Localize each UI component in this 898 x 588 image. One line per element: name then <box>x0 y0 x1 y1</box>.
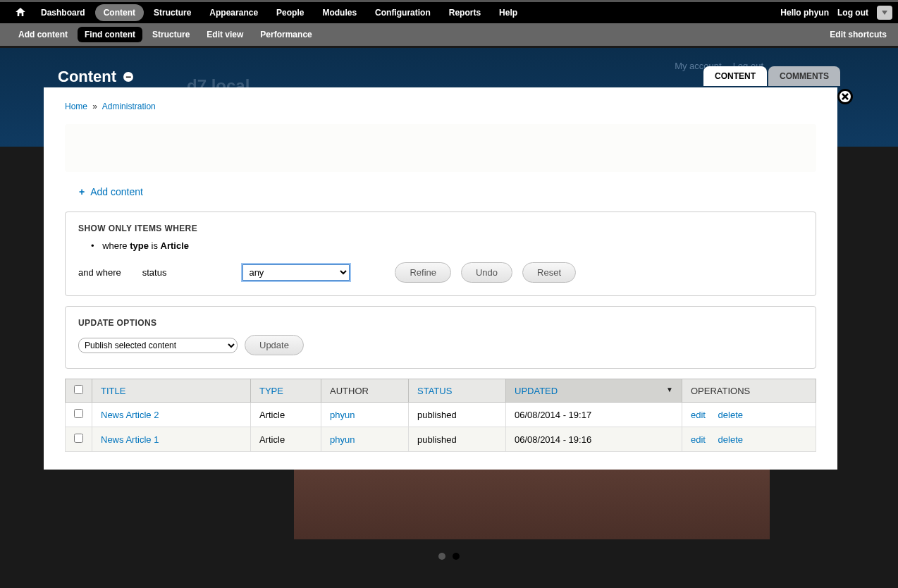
content-table: TITLE TYPE AUTHOR STATUS UPDATED ▼ OPERA… <box>65 379 816 452</box>
toolbar-item-dashboard[interactable]: Dashboard <box>32 4 94 21</box>
home-icon[interactable] <box>10 4 31 22</box>
filter-condition: • where type is Article <box>91 240 803 251</box>
toolbar-menu: Dashboard Content Structure Appearance P… <box>10 4 526 22</box>
col-type[interactable]: TYPE <box>251 379 321 403</box>
col-author: AUTHOR <box>321 379 409 403</box>
update-row: Publish selected content Update <box>78 335 803 355</box>
breadcrumb-home[interactable]: Home <box>65 102 87 111</box>
toolbar-item-appearance[interactable]: Appearance <box>201 4 266 21</box>
row-checkbox[interactable] <box>74 409 83 418</box>
status-select[interactable]: any <box>242 264 350 281</box>
toolbar-item-reports[interactable]: Reports <box>441 4 489 21</box>
message-area <box>65 124 816 172</box>
add-content-link[interactable]: + Add content <box>79 186 816 197</box>
shortcut-toggle-icon[interactable]: − <box>123 72 133 82</box>
page-title: Content − <box>58 68 133 86</box>
sort-desc-icon: ▼ <box>666 386 673 393</box>
table-row: News Article 2 Article phyun published 0… <box>66 403 816 427</box>
shortcut-performance[interactable]: Performance <box>253 27 319 42</box>
col-updated[interactable]: UPDATED ▼ <box>506 379 682 403</box>
breadcrumb-admin[interactable]: Administration <box>102 102 156 111</box>
reset-button[interactable]: Reset <box>522 262 576 283</box>
overlay-panel: Home » Administration + Add content SHOW… <box>44 87 837 470</box>
toolbar-item-people[interactable]: People <box>268 4 312 21</box>
greeting: Hello phyun <box>780 8 829 18</box>
shortcut-add-content[interactable]: Add content <box>11 27 75 42</box>
delete-link[interactable]: delete <box>718 410 743 420</box>
filter-title: SHOW ONLY ITEMS WHERE <box>78 223 803 233</box>
select-all-checkbox[interactable] <box>74 385 83 394</box>
toolbar-user: Hello phyun Log out <box>780 6 892 20</box>
pager-dot[interactable] <box>453 553 460 560</box>
row-title-link[interactable]: News Article 1 <box>101 434 159 445</box>
shortcuts-edit: Edit shortcuts <box>830 30 887 39</box>
refine-button[interactable]: Refine <box>395 262 451 283</box>
update-select[interactable]: Publish selected content <box>78 338 238 353</box>
toolbar-toggle-icon[interactable] <box>877 6 892 20</box>
filter-row: and where status any Refine Undo Reset <box>78 262 803 283</box>
delete-link[interactable]: delete <box>718 434 743 445</box>
row-author-link[interactable]: phyun <box>330 434 355 445</box>
row-updated: 06/08/2014 - 19:16 <box>506 427 682 452</box>
row-title-link[interactable]: News Article 2 <box>101 410 159 420</box>
filter-fieldset: SHOW ONLY ITEMS WHERE • where type is Ar… <box>65 212 816 296</box>
col-status[interactable]: STATUS <box>409 379 506 403</box>
row-type: Article <box>251 427 321 452</box>
row-type: Article <box>251 403 321 427</box>
shortcuts-menu: Add content Find content Structure Edit … <box>11 27 319 42</box>
row-status: published <box>409 403 506 427</box>
edit-link[interactable]: edit <box>691 434 706 445</box>
filter-buttons: Refine Undo Reset <box>395 262 576 283</box>
status-label: status <box>142 267 167 278</box>
shortcuts-bar: Add content Find content Structure Edit … <box>0 23 898 46</box>
update-button[interactable]: Update <box>245 335 304 355</box>
toolbar-item-structure[interactable]: Structure <box>145 4 199 21</box>
plus-icon: + <box>79 186 85 197</box>
admin-toolbar: Dashboard Content Structure Appearance P… <box>0 0 898 23</box>
close-icon[interactable] <box>837 89 853 104</box>
pager-dot[interactable] <box>438 553 445 560</box>
table-row: News Article 1 Article phyun published 0… <box>66 427 816 452</box>
col-title[interactable]: TITLE <box>92 379 251 403</box>
col-operations: OPERATIONS <box>682 379 816 403</box>
update-fieldset: UPDATE OPTIONS Publish selected content … <box>65 306 816 369</box>
edit-link[interactable]: edit <box>691 410 706 420</box>
col-checkbox <box>66 379 92 403</box>
row-operations: edit delete <box>682 403 816 427</box>
toolbar-item-configuration[interactable]: Configuration <box>367 4 439 21</box>
shortcut-structure[interactable]: Structure <box>145 27 197 42</box>
tab-content[interactable]: CONTENT <box>703 66 767 86</box>
row-checkbox[interactable] <box>74 434 83 443</box>
toolbar-item-modules[interactable]: Modules <box>314 4 365 21</box>
toolbar-item-help[interactable]: Help <box>491 4 526 21</box>
tab-comments[interactable]: COMMENTS <box>768 66 840 86</box>
shortcut-find-content[interactable]: Find content <box>78 27 142 42</box>
update-title: UPDATE OPTIONS <box>78 318 803 328</box>
row-author-link[interactable]: phyun <box>330 410 355 420</box>
row-status: published <box>409 427 506 452</box>
toolbar-item-content[interactable]: Content <box>95 4 144 21</box>
row-updated: 06/08/2014 - 19:17 <box>506 403 682 427</box>
row-operations: edit delete <box>682 427 816 452</box>
overlay-tabs: CONTENT COMMENTS <box>703 66 840 86</box>
breadcrumb: Home » Administration <box>65 102 816 111</box>
undo-button[interactable]: Undo <box>461 262 512 283</box>
logout-link[interactable]: Log out <box>837 8 868 18</box>
shortcut-edit-view[interactable]: Edit view <box>199 27 250 42</box>
overlay-header: Content − CONTENT COMMENTS <box>58 66 840 86</box>
and-where-label: and where <box>78 267 121 278</box>
slideshow-pager <box>438 553 460 560</box>
edit-shortcuts-link[interactable]: Edit shortcuts <box>830 30 887 39</box>
